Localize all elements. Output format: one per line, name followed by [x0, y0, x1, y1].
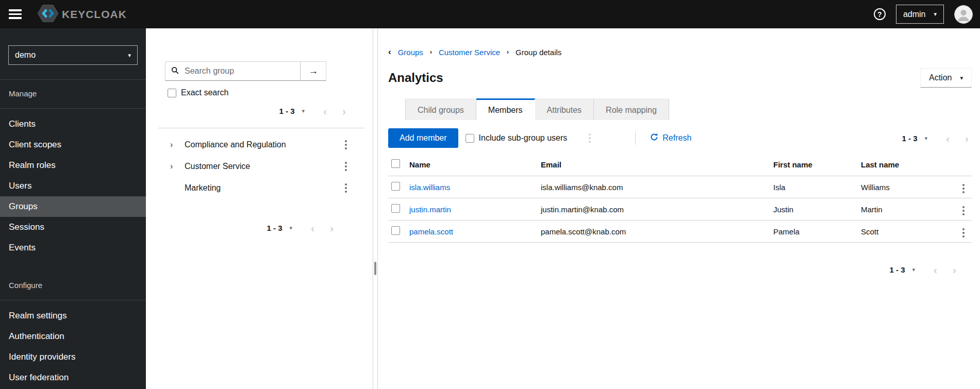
sidebar-item-groups[interactable]: Groups — [0, 196, 146, 217]
divider — [635, 131, 636, 145]
tab-members[interactable]: Members — [476, 98, 535, 120]
sidebar-item-clients[interactable]: Clients — [0, 114, 146, 134]
member-name-link[interactable]: isla.williams — [409, 183, 450, 192]
groups-tree-panel: → Exact search 1 - 3 ▾ ‹ › — [146, 28, 373, 389]
keycloak-logo[interactable]: KEYCLOAK — [38, 4, 127, 25]
group-search-input[interactable] — [184, 66, 296, 76]
pagination-range-toggle[interactable]: 1 - 3 ▾ — [267, 224, 292, 232]
column-header-last-name: Last name — [861, 154, 947, 176]
breadcrumb-link-groups[interactable]: Groups — [398, 48, 423, 57]
sidebar-item-events[interactable]: Events — [0, 238, 146, 258]
chevron-right-icon: › — [430, 48, 432, 56]
page-prev-button[interactable]: ‹ — [311, 223, 314, 233]
select-all-checkbox[interactable] — [391, 159, 400, 168]
column-header-first-name: First name — [773, 154, 861, 176]
caret-down-icon: ▾ — [924, 136, 927, 141]
kebab-menu-button[interactable] — [342, 181, 350, 195]
add-member-button[interactable]: Add member — [388, 128, 458, 148]
keycloak-brand-icon — [38, 4, 58, 25]
sidebar-nav: demo ▾ Manage Clients Client scopes Real… — [0, 28, 146, 389]
nav-menu-toggle-icon[interactable] — [9, 9, 22, 19]
breadcrumb-link-customer-service[interactable]: Customer Service — [439, 48, 500, 57]
pagination-range-toggle[interactable]: 1 - 3 ▾ — [902, 134, 927, 143]
action-dropdown[interactable]: Action ▾ — [920, 68, 972, 88]
member-first-name: Pamela — [773, 221, 861, 243]
table-row: pamela.scott pamela.scott@knab.com Pamel… — [388, 221, 972, 243]
page-next-button[interactable]: › — [965, 133, 969, 144]
caret-down-icon: ▾ — [289, 225, 292, 231]
member-first-name: Justin — [773, 198, 861, 221]
expand-chevron-icon[interactable]: › — [170, 162, 180, 171]
sidebar-item-client-scopes[interactable]: Client scopes — [0, 134, 146, 155]
tab-child-groups[interactable]: Child groups — [405, 98, 476, 120]
table-row: isla.williams isla.williams@knab.com Isl… — [388, 176, 972, 198]
group-name: Compliance and Regulation — [185, 140, 286, 149]
kebab-menu-button[interactable] — [342, 159, 350, 174]
members-toolbar: Add member Include sub-group users Refre… — [388, 124, 972, 152]
caret-down-icon: ▾ — [302, 108, 305, 114]
row-kebab-menu-button[interactable] — [959, 204, 968, 218]
group-tabs: Child groups Members Attributes Role map… — [405, 98, 669, 120]
include-subgroups-label: Include sub-group users — [479, 133, 568, 143]
tab-role-mapping[interactable]: Role mapping — [594, 98, 669, 120]
member-name-link[interactable]: justin.martin — [409, 205, 451, 214]
sidebar-item-users[interactable]: Users — [0, 176, 146, 196]
refresh-button[interactable]: Refresh — [650, 133, 691, 143]
sidebar-item-sessions[interactable]: Sessions — [0, 217, 146, 238]
page-next-button[interactable]: › — [342, 106, 346, 116]
tab-attributes[interactable]: Attributes — [535, 98, 594, 120]
row-kebab-menu-button[interactable] — [959, 181, 968, 196]
row-kebab-menu-button[interactable] — [959, 226, 968, 240]
pagination-range-toggle[interactable]: 1 - 3 ▾ — [889, 265, 915, 274]
row-checkbox[interactable] — [391, 226, 400, 235]
user-name: admin — [903, 10, 926, 19]
page-next-button[interactable]: › — [330, 223, 334, 233]
expand-chevron-icon[interactable]: › — [170, 140, 180, 149]
pagination-range-toggle[interactable]: 1 - 3 ▾ — [279, 107, 305, 115]
user-dropdown[interactable]: admin ▾ — [896, 5, 944, 24]
page-next-button[interactable]: › — [953, 264, 956, 275]
member-name-link[interactable]: pamela.scott — [409, 227, 453, 236]
member-email: pamela.scott@knab.com — [541, 221, 773, 243]
group-tree-item-compliance-and-regulation[interactable]: › Compliance and Regulation — [158, 134, 364, 156]
sidebar-item-realm-settings[interactable]: Realm settings — [0, 306, 146, 326]
sidebar-item-user-federation[interactable]: User federation — [0, 367, 146, 388]
group-search-box — [165, 61, 301, 81]
panel-resize-handle[interactable] — [373, 28, 378, 389]
group-name: Customer Service — [185, 162, 250, 171]
member-last-name: Williams — [861, 176, 947, 198]
member-last-name: Martin — [861, 198, 947, 221]
groups-pagination-top: 1 - 3 ▾ ‹ › — [279, 106, 346, 116]
caret-down-icon: ▾ — [934, 11, 937, 17]
group-tree-item-customer-service[interactable]: › Customer Service — [158, 156, 364, 177]
group-details-main: ‹ Groups › Customer Service › Group deta… — [378, 28, 980, 389]
sidebar-item-authentication[interactable]: Authentication — [0, 326, 146, 347]
breadcrumb-back-icon[interactable]: ‹ — [388, 47, 391, 57]
page-prev-button[interactable]: ‹ — [323, 106, 327, 116]
row-checkbox[interactable] — [391, 204, 400, 213]
caret-down-icon: ▾ — [128, 53, 131, 58]
avatar[interactable] — [954, 5, 973, 24]
column-header-email: Email — [541, 154, 773, 176]
member-last-name: Scott — [861, 221, 947, 243]
realm-selector[interactable]: demo ▾ — [8, 45, 138, 65]
sidebar-item-realm-roles[interactable]: Realm roles — [0, 155, 146, 176]
kebab-menu-button[interactable] — [586, 131, 594, 145]
kebab-menu-button[interactable] — [342, 138, 350, 152]
page-prev-button[interactable]: ‹ — [946, 133, 950, 144]
search-submit-button[interactable]: → — [301, 61, 326, 81]
page-prev-button[interactable]: ‹ — [934, 264, 937, 275]
row-checkbox[interactable] — [391, 182, 400, 191]
member-email: isla.williams@knab.com — [541, 176, 773, 198]
chevron-right-icon: › — [507, 48, 509, 56]
help-icon[interactable]: ? — [874, 8, 886, 20]
search-icon — [171, 66, 179, 76]
exact-search-checkbox[interactable] — [168, 89, 176, 97]
group-tree-item-marketing[interactable]: Marketing — [158, 177, 364, 199]
breadcrumb-current: Group details — [516, 48, 561, 57]
sidebar-item-identity-providers[interactable]: Identity providers — [0, 347, 146, 367]
column-header-name: Name — [409, 154, 541, 176]
nav-section-label-manage: Manage — [0, 80, 146, 103]
group-tree: › Compliance and Regulation › Customer S… — [158, 134, 364, 199]
include-subgroups-checkbox[interactable] — [466, 134, 474, 143]
